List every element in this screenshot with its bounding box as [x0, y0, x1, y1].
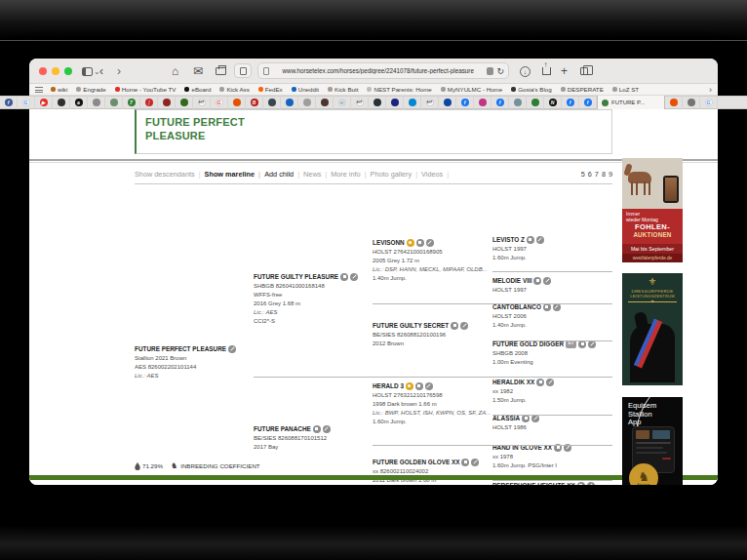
pinned-tab[interactable]: [474, 96, 491, 109]
horse-name-link[interactable]: FUTURE GOLDEN GLOVE XX: [373, 458, 459, 467]
bookmark-item[interactable]: LoZ ST: [612, 86, 639, 93]
sidebar-toggle-icon[interactable]: [80, 62, 94, 80]
bookmark-item[interactable]: Gosia's Blog: [511, 86, 552, 93]
horse-name-link[interactable]: HERALD 3: [373, 381, 404, 391]
photo-badge-icon[interactable]: [451, 322, 458, 330]
pinned-tab[interactable]: [386, 96, 404, 109]
pinned-tab[interactable]: G: [18, 96, 35, 109]
pinned-tab[interactable]: [298, 96, 316, 109]
close-window-button[interactable]: [39, 67, 47, 75]
edit-badge-icon[interactable]: [546, 379, 554, 386]
pinned-tab[interactable]: B: [246, 96, 263, 109]
edit-badge-icon[interactable]: [587, 482, 595, 485]
horse-name-link[interactable]: FUTURE GUILTY PLEASURE: [254, 272, 338, 282]
pinned-tab[interactable]: f: [456, 96, 474, 109]
tab-overview-icon[interactable]: [577, 62, 591, 80]
pager-digit[interactable]: 6: [588, 170, 592, 179]
edit-badge-icon[interactable]: [543, 277, 551, 285]
photo-badge-icon[interactable]: [313, 425, 321, 433]
pager-digit[interactable]: 9: [609, 170, 612, 179]
horse-name-link[interactable]: FUTURE GUILTY SECRET: [373, 321, 449, 331]
pinned-tab[interactable]: f: [491, 96, 509, 109]
share-icon[interactable]: [540, 62, 552, 80]
horse-name-link[interactable]: HERALDIK XX: [492, 378, 534, 387]
medal-badge-icon[interactable]: [407, 239, 414, 247]
bookmark-item[interactable]: wiki: [51, 86, 67, 93]
pinned-tab[interactable]: G: [700, 96, 718, 109]
horse-name-link[interactable]: MELODIE VIII: [492, 276, 531, 286]
bookmark-item[interactable]: FedEx: [258, 86, 283, 93]
edit-badge-icon[interactable]: [426, 239, 434, 247]
privacy-badge-icon[interactable]: [487, 67, 493, 75]
reader-extension-button[interactable]: [234, 63, 252, 78]
pager-digit[interactable]: 8: [602, 170, 606, 179]
edit-badge-icon[interactable]: [323, 425, 331, 433]
pinned-tab[interactable]: [158, 96, 176, 109]
pager-digit[interactable]: 5: [581, 170, 585, 179]
photo-badge-icon[interactable]: [461, 459, 469, 466]
photo-badge-icon[interactable]: [340, 273, 348, 281]
bookmark-item[interactable]: eBoard: [184, 86, 211, 93]
photo-badge-icon[interactable]: [415, 382, 423, 390]
edit-badge-icon[interactable]: [350, 273, 358, 281]
forward-button[interactable]: ›: [117, 62, 121, 80]
active-tab[interactable]: FUTURE P...: [597, 96, 665, 109]
pinned-tab[interactable]: [439, 96, 456, 109]
ad-dressurpferde-leistungszentrum[interactable]: ⚜ DRESSURPFERDE LEISTUNGSZENTRUM: [622, 273, 683, 385]
photo-badge-icon[interactable]: [533, 277, 541, 285]
menu-item-show-mareline[interactable]: Show mareline: [205, 170, 261, 179]
pinned-tab[interactable]: f: [0, 96, 18, 109]
photo-badge-icon[interactable]: [536, 379, 544, 386]
pinned-tab[interactable]: HT: [351, 96, 369, 109]
edit-badge-icon[interactable]: [471, 459, 479, 466]
photo-badge-icon[interactable]: [416, 239, 424, 247]
home-icon[interactable]: ⌂: [172, 62, 178, 80]
pinned-tab[interactable]: f: [562, 96, 579, 109]
horse-name-link[interactable]: FUTURE PERFECT PLEASURE: [135, 344, 226, 354]
url-text[interactable]: www.horsetelex.com/horses/pedigree/22410…: [269, 67, 487, 74]
horse-name-link[interactable]: PERSEPHONE HEIGHTS XX: [492, 481, 575, 485]
pinned-tab[interactable]: [665, 96, 683, 109]
menu-item-videos[interactable]: Videos: [421, 170, 449, 179]
pinned-tab[interactable]: N: [544, 96, 562, 109]
pinned-tab[interactable]: ⋮: [140, 96, 158, 109]
pinned-tab[interactable]: [88, 96, 105, 109]
pinned-tab[interactable]: [281, 96, 298, 109]
pinned-tab[interactable]: [683, 96, 700, 109]
back-button[interactable]: ‹: [99, 62, 103, 80]
bookmark-item[interactable]: Kick Butt: [328, 86, 358, 93]
pinned-tab[interactable]: G: [211, 96, 228, 109]
pinned-tab[interactable]: 7: [123, 96, 140, 109]
horse-name-link[interactable]: LEVISTO Z: [492, 235, 525, 245]
ad-fohlen-auktionen[interactable]: Immerwieder Montag FOHLEN- AUKTIONEN Mai…: [622, 158, 683, 262]
pinned-tab[interactable]: [53, 96, 70, 109]
reload-icon[interactable]: ↻: [496, 66, 504, 76]
bookmark-item[interactable]: Uneddit: [292, 86, 319, 93]
pinned-tab[interactable]: [263, 96, 281, 109]
menu-item-photo-gallery[interactable]: Photo gallery: [371, 170, 418, 179]
menu-item-more-info[interactable]: More info: [331, 170, 366, 179]
pinned-tab[interactable]: [176, 96, 193, 109]
horse-name-link[interactable]: LEVISONN: [373, 238, 405, 248]
bookmark-item[interactable]: MyNYULMC - Home: [441, 86, 502, 93]
bookmark-item[interactable]: Kick Ass: [219, 86, 249, 93]
pinned-tab[interactable]: [509, 96, 527, 109]
edit-badge-icon[interactable]: [425, 382, 433, 390]
pinned-tab[interactable]: a: [70, 96, 88, 109]
horse-name-link[interactable]: FUTURE PANACHE: [254, 424, 311, 434]
minimize-window-button[interactable]: [52, 67, 59, 75]
pinned-tab[interactable]: [316, 96, 334, 109]
pinned-tab[interactable]: HT: [421, 96, 439, 109]
edit-badge-icon[interactable]: [460, 322, 468, 330]
address-bar[interactable]: www.horsetelex.com/horses/pedigree/22410…: [257, 62, 509, 79]
zoom-window-button[interactable]: [64, 67, 72, 75]
pinned-tab[interactable]: [369, 96, 386, 109]
pinned-tab[interactable]: –: [334, 96, 351, 109]
menu-item-add-child[interactable]: Add child: [264, 170, 299, 179]
pinned-tab[interactable]: HT: [193, 96, 211, 109]
medal-badge-icon[interactable]: [406, 382, 413, 390]
pinned-tab[interactable]: [527, 96, 544, 109]
bookmarks-menu-icon[interactable]: [35, 87, 43, 93]
photo-badge-icon[interactable]: [527, 236, 534, 244]
bookmark-item[interactable]: Home - YouTube TV: [115, 86, 177, 93]
